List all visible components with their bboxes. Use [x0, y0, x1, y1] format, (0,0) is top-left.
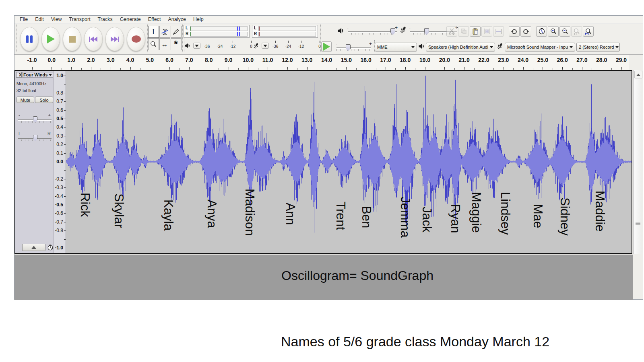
meter-channel-label: R: [186, 31, 188, 36]
playback-speed-slider[interactable]: -+: [336, 43, 371, 51]
student-name-label: Ben: [359, 206, 374, 228]
menu-file[interactable]: File: [16, 16, 31, 23]
fit-selection-button[interactable]: [571, 26, 582, 37]
audacity-window: FileEditViewTransportTracksGenerateEffec…: [14, 15, 643, 300]
play-at-speed-button[interactable]: [321, 41, 332, 52]
timeline-minor-tick: [376, 68, 376, 70]
student-name-label: Jemma: [398, 197, 412, 238]
track-title-dropdown[interactable]: Four Winds: [22, 72, 53, 78]
record-button[interactable]: [127, 27, 145, 51]
skip-to-end-button[interactable]: [105, 27, 124, 51]
recording-meter-icon[interactable]: [253, 43, 259, 51]
recording-meter-bar: [258, 26, 316, 31]
solo-button[interactable]: Solo: [35, 97, 53, 103]
vruler-label: -0.7: [55, 219, 63, 225]
scrollbar-up-arrow[interactable]: [634, 71, 642, 78]
menu-transport[interactable]: Transport: [66, 16, 94, 23]
timeline-minor-tick: [533, 68, 533, 70]
cut-button[interactable]: [446, 26, 457, 37]
pan-slider[interactable]: L R: [18, 131, 52, 143]
timeshift-tool-button[interactable]: ↔: [159, 38, 170, 50]
slider-ticks: [336, 49, 371, 51]
play-button[interactable]: [41, 27, 60, 51]
vertical-scrollbar[interactable]: [633, 70, 642, 254]
output-device-dropdown[interactable]: Speakers (High Definition Audi: [426, 43, 495, 51]
timeline-minor-tick: [199, 68, 199, 70]
play-icon: [47, 35, 55, 43]
slider-min-label: -: [347, 25, 349, 31]
mute-button[interactable]: Mute: [17, 97, 34, 103]
vruler-tick: [64, 127, 66, 128]
silence-button[interactable]: [493, 26, 504, 37]
timeline-ruler[interactable]: -1.00.01.02.03.04.05.06.07.08.09.010.011…: [14, 55, 629, 70]
menu-view[interactable]: View: [47, 16, 66, 23]
multi-tool-icon: *: [174, 40, 178, 48]
fit-project-button[interactable]: [583, 26, 594, 37]
menu-tracks[interactable]: Tracks: [94, 16, 116, 23]
trim-button[interactable]: [481, 26, 492, 37]
gain-slider[interactable]: - +: [18, 113, 52, 125]
menu-generate[interactable]: Generate: [116, 16, 144, 23]
student-name-label: Maddie: [592, 191, 607, 232]
input-device-value: Microsoft Sound Mapper - Inpu: [507, 45, 568, 49]
multi-tool-button[interactable]: *: [171, 38, 182, 50]
envelope-tool-button[interactable]: [159, 26, 170, 38]
output-volume-slider[interactable]: -+: [348, 27, 397, 35]
meter-scale-label: -24: [285, 44, 291, 49]
stop-button[interactable]: [63, 27, 81, 51]
undo-button[interactable]: [509, 26, 520, 37]
playback-meter-dropdown[interactable]: [193, 43, 200, 49]
play-icon: [323, 43, 330, 51]
vruler-label: -0.2: [55, 176, 63, 182]
copy-button[interactable]: [458, 26, 469, 37]
vertical-ruler[interactable]: 1.00.80.70.60.50.40.30.20.10.0-0.2-0.3-0…: [54, 71, 66, 253]
skip-to-start-button[interactable]: [84, 27, 103, 51]
waveform-svg: [66, 71, 632, 253]
menu-edit[interactable]: Edit: [31, 16, 47, 23]
track-close-button[interactable]: X: [16, 72, 22, 78]
slider-max-label: +: [395, 25, 398, 31]
timeline-minor-tick: [180, 68, 180, 70]
scrollbar-grip[interactable]: [636, 222, 640, 225]
vruler-label: -0.4: [55, 193, 63, 199]
gain-min-label: -: [19, 113, 20, 117]
waveform-display[interactable]: RickSkylarKaylaAnyaMadisonAnnTrentBenJem…: [66, 71, 632, 253]
timeline-major-tick: [543, 67, 543, 70]
redo-button[interactable]: [520, 26, 531, 37]
menu-effect[interactable]: Effect: [144, 16, 165, 23]
timeline-minor-tick: [120, 68, 121, 70]
menu-help[interactable]: Help: [190, 16, 207, 23]
input-device-dropdown[interactable]: Microsoft Sound Mapper - Inpu: [505, 43, 575, 51]
pause-button[interactable]: [20, 27, 39, 51]
meter-peak-mark: [237, 32, 238, 36]
selection-tool-button[interactable]: I: [148, 26, 159, 38]
timeline-label: 22.0: [478, 57, 489, 63]
recording-meter-bars: LR: [252, 25, 318, 38]
zoom-tool-button[interactable]: [148, 38, 159, 50]
input-channels-dropdown[interactable]: 2 (Stereo) Record: [576, 43, 620, 51]
speaker-icon: [337, 27, 344, 36]
timeline-major-tick: [229, 67, 229, 70]
bottom-captions: Names of 5/6 grade class Monday March 12…: [281, 300, 555, 362]
meter-start-mark: [259, 32, 260, 36]
timeline-minor-tick: [160, 68, 160, 70]
timetrack-clock-icon[interactable]: [47, 244, 54, 251]
paste-button[interactable]: [470, 26, 481, 37]
track-collapse-button[interactable]: [22, 244, 45, 251]
menu-analyze[interactable]: Analyze: [165, 16, 190, 23]
recording-meter-dropdown[interactable]: [262, 43, 269, 49]
zoom-out-button[interactable]: [559, 26, 570, 37]
playback-meter-icon[interactable]: [184, 43, 190, 50]
vruler-tick: [64, 222, 66, 222]
gain-max-label: +: [48, 113, 51, 117]
recording-meter-scale: -36-24-120: [252, 39, 318, 53]
up-triangle-icon: [636, 74, 640, 76]
timeline-major-tick: [189, 67, 190, 70]
meter-scale-label: -12: [298, 44, 304, 49]
audio-host-dropdown[interactable]: MME: [375, 43, 417, 51]
draw-tool-button[interactable]: [171, 26, 182, 38]
zoom-in-button[interactable]: [548, 26, 559, 37]
pan-right-label: R: [47, 131, 51, 136]
sync-lock-button[interactable]: [536, 26, 547, 37]
timeline-major-tick: [91, 67, 91, 70]
